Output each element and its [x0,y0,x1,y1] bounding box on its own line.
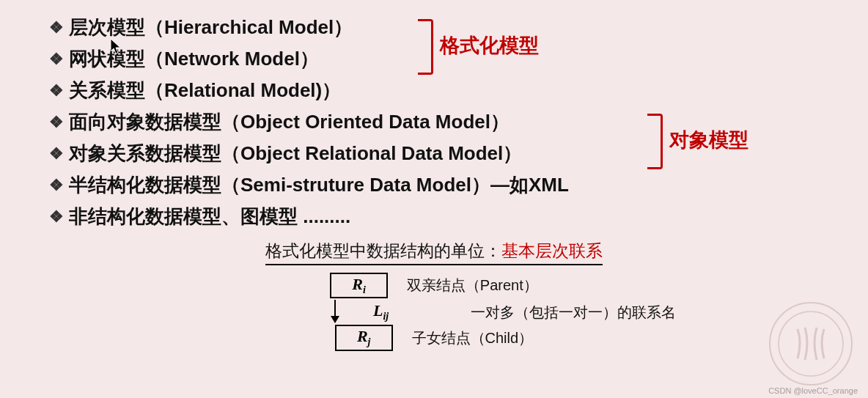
bullet-text: 层次模型（Hierarchical Model） [69,15,353,40]
child-node: Rj [335,325,393,350]
edge-label: Lij [373,301,389,323]
hierarchy-figure: Ri 双亲结点（Parent） Lij 一对多（包括一对一）的联系名 Rj 子女… [44,273,824,351]
diamond-icon: ❖ [44,176,69,195]
diamond-icon: ❖ [44,207,69,226]
group-object: ❖ 面向对象数据模型（Object Oriented Data Model） ❖… [44,109,824,166]
diamond-icon: ❖ [44,50,69,69]
diamond-icon: ❖ [44,18,69,37]
diamond-icon: ❖ [44,81,69,100]
figure-caption: 格式化模型中数据结构的单位：基本层次联系 [44,240,824,265]
bullet-item: ❖ 网状模型（Network Model） [44,46,824,72]
bullet-text: 对象关系数据模型（Object Relational Data Model） [69,141,522,166]
bullet-text: 非结构化数据模型、图模型 ......... [69,204,350,229]
diamond-icon: ❖ [44,144,69,163]
group-formatted: ❖ 层次模型（Hierarchical Model） ❖ 网状模型（Networ… [44,15,824,72]
bullet-item: ❖ 关系模型（Relational Model)） [44,78,824,103]
bracket-icon [418,19,433,75]
caption-prefix: 格式化模型中数据结构的单位： [265,241,501,260]
bullet-text: 面向对象数据模型（Object Oriented Data Model） [69,109,510,135]
edge-desc: 一对多（包括一对一）的联系名 [471,303,676,323]
parent-desc: 双亲结点（Parent） [407,276,538,295]
bullet-text: 网状模型（Network Model） [69,46,319,72]
diamond-icon: ❖ [44,113,69,132]
parent-node: Ri [330,273,388,298]
bullet-item: ❖ 半结构化数据模型（Semi-struture Data Model）—如XM… [44,172,824,198]
group-label: 格式化模型 [440,32,539,59]
arrow-down-icon: Lij [331,298,339,325]
caption-highlight: 基本层次联系 [501,241,603,260]
bullet-item: ❖ 层次模型（Hierarchical Model） [44,15,824,40]
bullet-text: 半结构化数据模型（Semi-struture Data Model）—如XML [69,172,569,198]
child-desc: 子女结点（Child） [412,328,534,348]
bullet-item: ❖ 非结构化数据模型、图模型 ......... [44,204,824,229]
bullet-text: 关系模型（Relational Model)） [69,78,341,103]
group-label: 对象模型 [669,127,749,153]
bracket-icon [647,114,663,169]
watermark-text: CSDN @loveCC_orange [768,386,858,395]
